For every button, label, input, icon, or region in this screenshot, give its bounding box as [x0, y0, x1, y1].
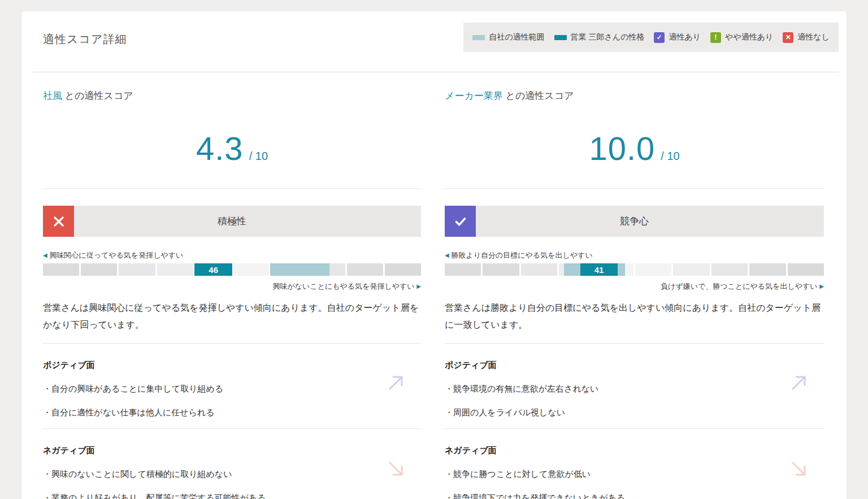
panel-title-suffix: との適性スコア [503, 90, 574, 101]
negative-item: 競争環境下では力を発揮できないときがある [445, 493, 824, 499]
legend-item-company-range: 自社の適性範囲 [472, 32, 544, 42]
score-divider [43, 188, 421, 189]
positive-section: ポジティブ面 競争環境の有無に意欲が左右されない 周囲の人をライバル視しない [445, 360, 824, 418]
exclamation-icon: ! [710, 32, 721, 43]
bar-segment [233, 263, 269, 276]
section-divider [43, 343, 421, 344]
bar-track [445, 263, 824, 276]
trait-description: 営業さんは興味関心に従ってやる気を発揮しやすい傾向にあります。自社のターゲット層… [43, 300, 421, 333]
panel-title: 社風 との適性スコア [43, 89, 421, 102]
arrow-down-right-icon [385, 458, 406, 479]
bar-segment [81, 263, 117, 276]
legend-item-fit: ✓ 適性あり [654, 32, 701, 43]
bar-segment [788, 263, 824, 276]
section-divider [43, 428, 421, 429]
arrow-down-right-icon [788, 458, 809, 479]
negative-item: 競争に勝つことに対して意欲が低い [445, 469, 824, 480]
content: 社風 との適性スコア 4.3/ 10 積極性 ◀ 興味関心に従っ [21, 72, 847, 499]
score-detail-card: 適性スコア詳細 自社の適性範囲 営業 三郎さんの性格 ✓ 適性あり ! やや適性… [21, 11, 847, 499]
trait-header: 積極性 [43, 206, 421, 237]
bar-segment [43, 263, 79, 276]
axis-label-low-text: 勝敗より自分の目標にやる気を出しやすい [451, 251, 592, 259]
positive-heading: ポジティブ面 [43, 360, 421, 371]
trait-name: 積極性 [43, 206, 421, 237]
triangle-right-icon: ▶ [416, 283, 421, 289]
axis-label-high-text: 興味がないことにもやる気を発揮しやすい [272, 282, 414, 290]
negative-item: 興味のないことに関して積極的に取り組めない [43, 469, 421, 480]
personality-value-marker: 41 [580, 263, 618, 276]
arrow-up-right-icon [385, 372, 406, 394]
legend-item-partial-fit: ! やや適性あり [710, 32, 773, 43]
positive-item: 周囲の人をライバル視しない [445, 407, 824, 418]
legend-item-no-fit: ✕ 適性なし [783, 32, 830, 43]
axis-label-high-text: 負けず嫌いで、勝つことにやる気を出しやすい [661, 282, 818, 290]
score-row: 4.3/ 10 [43, 129, 421, 167]
section-divider [445, 428, 824, 429]
section-divider [445, 343, 824, 344]
trait-name: 競争心 [445, 206, 824, 237]
target-link[interactable]: メーカー業界 [445, 90, 503, 101]
positive-item: 自分の興味があることに集中して取り組める [43, 384, 421, 394]
score-value: 4.3 [196, 130, 244, 167]
personality-swatch-icon [554, 35, 567, 40]
arrow-up-right-icon [788, 372, 809, 394]
panel-maker-industry: メーカー業界 との適性スコア 10.0/ 10 競争心 ◀ 勝敗 [445, 72, 824, 499]
page: 適性スコア詳細 自社の適性範囲 営業 三郎さんの性格 ✓ 適性あり ! やや適性… [0, 0, 868, 499]
check-icon: ✓ [654, 32, 665, 43]
axis-label-low: ◀ 興味関心に従ってやる気を発揮しやすい [43, 250, 421, 261]
panel-title-suffix: との適性スコア [62, 90, 133, 101]
bar-segment [157, 263, 193, 276]
bar-segment [385, 263, 421, 276]
bar-segment [749, 263, 785, 276]
legend-label: 自社の適性範囲 [489, 32, 544, 42]
negative-item: 業務のより好みがあり、配属等に苦労する可能性がある [43, 493, 421, 499]
trait-description: 営業さんは勝敗より自分の目標にやる気を出しやすい傾向にあります。自社のターゲット… [445, 300, 824, 333]
legend-label: 適性なし [797, 32, 830, 42]
target-link[interactable]: 社風 [43, 90, 62, 101]
company-range-band [270, 263, 329, 276]
negative-heading: ネガティブ面 [43, 445, 421, 456]
trait-scale-bar: 41 [445, 263, 824, 276]
bar-segment [521, 263, 557, 276]
negative-section: ネガティブ面 興味のないことに関して積極的に取り組めない 業務のより好みがあり、… [43, 445, 421, 499]
score-max: / 10 [249, 150, 268, 162]
bar-segment [445, 263, 481, 276]
bar-segment [483, 263, 519, 276]
axis-label-low-text: 興味関心に従ってやる気を発揮しやすい [49, 251, 183, 259]
bar-segment [635, 263, 671, 276]
legend: 自社の適性範囲 営業 三郎さんの性格 ✓ 適性あり ! やや適性あり ✕ 適性な… [463, 23, 839, 52]
positive-section: ポジティブ面 自分の興味があることに集中して取り組める 自分に適性がない仕事は他… [43, 360, 421, 418]
legend-label: 適性あり [669, 32, 701, 42]
personality-value-marker: 46 [194, 263, 232, 276]
positive-item: 競争環境の有無に意欲が左右されない [445, 384, 824, 394]
bar-segment [119, 263, 155, 276]
score-row: 10.0/ 10 [445, 129, 824, 167]
trait-header: 競争心 [445, 206, 824, 237]
x-icon: ✕ [783, 32, 793, 43]
triangle-right-icon: ▶ [819, 283, 824, 289]
trait-scale-bar: 46 [43, 263, 421, 276]
axis-label-high: 興味がないことにもやる気を発揮しやすい ▶ [43, 281, 421, 292]
negative-heading: ネガティブ面 [445, 445, 824, 456]
axis-label-high: 負けず嫌いで、勝つことにやる気を出しやすい ▶ [445, 281, 824, 292]
positive-item: 自分に適性がない仕事は他人に任せられる [43, 407, 421, 418]
bar-segment [673, 263, 709, 276]
legend-item-personality: 営業 三郎さんの性格 [554, 32, 645, 42]
bar-segment [711, 263, 748, 276]
score-max: / 10 [661, 150, 679, 162]
positive-heading: ポジティブ面 [445, 360, 824, 371]
triangle-left-icon: ◀ [43, 252, 47, 258]
triangle-left-icon: ◀ [445, 252, 449, 258]
negative-section: ネガティブ面 競争に勝つことに対して意欲が低い 競争環境下では力を発揮できないと… [445, 445, 824, 499]
panel-title: メーカー業界 との適性スコア [445, 89, 824, 102]
page-title: 適性スコア詳細 [43, 32, 127, 47]
legend-label: 営業 三郎さんの性格 [571, 32, 645, 42]
panel-company-culture: 社風 との適性スコア 4.3/ 10 積極性 ◀ 興味関心に従っ [43, 72, 421, 499]
axis-label-low: ◀ 勝敗より自分の目標にやる気を出しやすい [445, 250, 824, 261]
company-range-swatch-icon [472, 35, 485, 40]
card-header: 適性スコア詳細 自社の適性範囲 営業 三郎さんの性格 ✓ 適性あり ! やや適性… [21, 11, 847, 52]
legend-label: やや適性あり [725, 32, 773, 42]
score-value: 10.0 [589, 130, 655, 167]
score-divider [445, 188, 824, 189]
bar-segment [347, 263, 383, 276]
